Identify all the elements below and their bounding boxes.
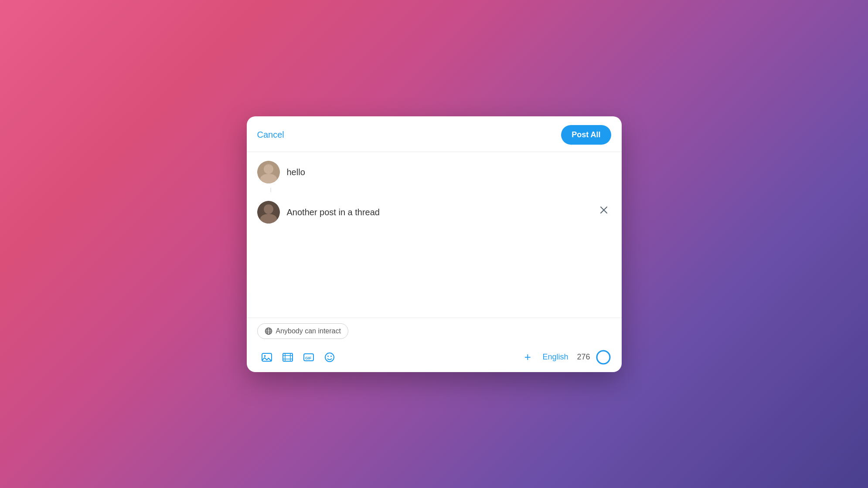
svg-point-5 [261,216,276,224]
post-progress-circle [596,349,611,365]
image-icon[interactable] [257,348,276,367]
close-icon [600,206,608,214]
svg-rect-7 [269,208,273,210]
svg-point-27 [330,356,332,357]
svg-point-29 [597,351,610,364]
compose-modal: Cancel Post All hello [247,116,622,372]
avatar-1 [257,161,280,183]
svg-point-17 [264,355,266,357]
emoji-icon[interactable] [320,348,339,367]
post-item-2: Another post in a thread [257,192,611,232]
modal-header: Cancel Post All [247,116,622,152]
svg-point-2 [261,176,276,183]
post-all-button[interactable]: Post All [561,125,611,145]
anyone-interact-label: Anybody can interact [276,327,341,335]
svg-point-0 [257,161,280,183]
svg-point-4 [264,205,273,214]
thread-content: hello Another pos [247,152,622,318]
svg-point-3 [257,201,280,224]
cancel-button[interactable]: Cancel [257,130,284,140]
anyone-interact-button[interactable]: Anybody can interact [257,323,348,339]
post-text-2: Another post in a thread [287,207,380,217]
svg-point-26 [327,356,329,357]
svg-text:GIF: GIF [305,356,311,360]
svg-point-1 [264,165,273,174]
video-icon[interactable] [278,348,297,367]
post-text-area-1: hello [287,161,611,178]
add-thread-button[interactable]: + [518,348,537,367]
post-text-1: hello [287,167,305,177]
user-avatar-2 [257,201,280,224]
compose-toolbar: GIF + English 276 [247,344,622,372]
avatar-2 [257,201,280,224]
character-count: 276 [577,352,590,362]
gif-icon[interactable]: GIF [299,348,318,367]
svg-point-25 [325,353,334,362]
language-button[interactable]: English [539,352,572,362]
post-item-1: hello [257,152,611,192]
svg-rect-18 [283,353,293,361]
svg-rect-6 [264,208,268,210]
avatar-svg-2 [257,201,280,224]
remove-post-button[interactable] [596,201,611,220]
avatar-svg-1 [257,161,280,183]
globe-icon [265,327,272,335]
interact-section: Anybody can interact [247,318,622,344]
post-text-area-2[interactable]: Another post in a thread [287,201,589,218]
user-avatar-1 [257,161,280,183]
